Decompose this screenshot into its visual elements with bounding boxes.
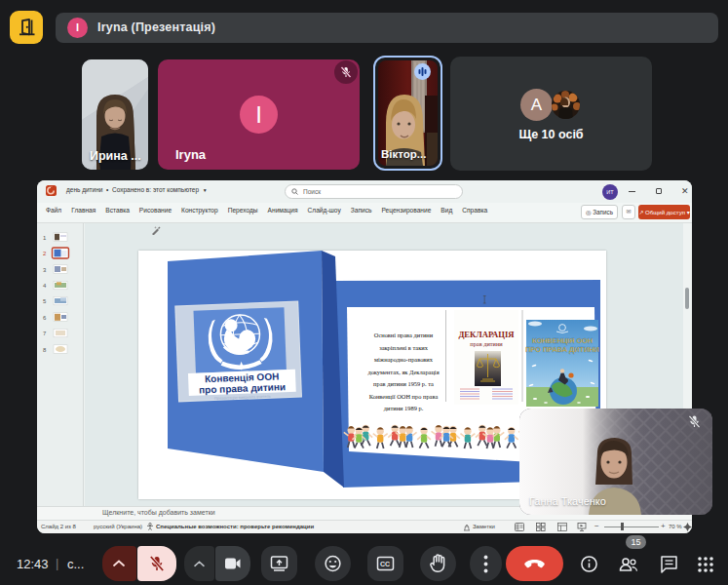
svg-text:1: 1 xyxy=(43,235,47,241)
svg-text:5: 5 xyxy=(43,298,47,304)
svg-text:8: 8 xyxy=(43,347,47,353)
svg-text:ПРО ПРАВА ДИТИНИ: ПРО ПРАВА ДИТИНИ xyxy=(525,345,598,354)
svg-text:4: 4 xyxy=(43,283,47,289)
svg-text:міжнародно-правових: міжнародно-правових xyxy=(374,356,434,363)
svg-text:7: 7 xyxy=(43,331,47,336)
svg-text:прав дитини 1959 р. та: прав дитини 1959 р. та xyxy=(373,380,434,387)
svg-text:CC: CC xyxy=(380,561,390,567)
svg-text:2: 2 xyxy=(43,251,47,256)
svg-text:6: 6 xyxy=(43,315,47,321)
svg-text:прав дитини: прав дитини xyxy=(470,340,503,347)
svg-text:3: 3 xyxy=(43,267,47,273)
svg-text:ДЕКЛАРАЦІЯ: ДЕКЛАРАЦІЯ xyxy=(458,330,515,339)
svg-text:Конвенції ООН про права: Конвенції ООН про права xyxy=(369,393,439,400)
svg-text:КОНВЕНЦІЯ ООН: КОНВЕНЦІЯ ООН xyxy=(532,336,593,345)
svg-text:закріплені в таких: закріплені в таких xyxy=(379,344,429,351)
svg-text:документах, як Декларація: документах, як Декларація xyxy=(367,369,439,375)
svg-text:Основні права дитини: Основні права дитини xyxy=(374,332,434,338)
svg-text:дитини 1989 р.: дитини 1989 р. xyxy=(384,405,424,411)
